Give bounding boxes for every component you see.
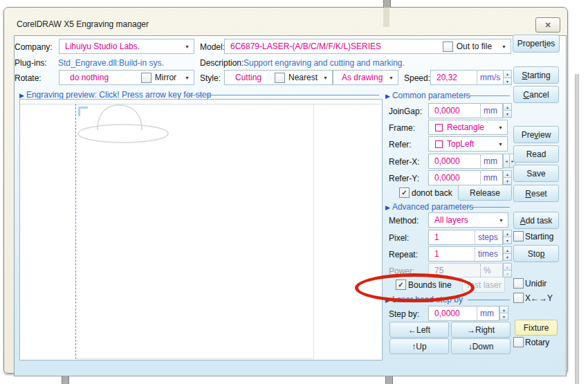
starting-checkbox-label: Starting	[525, 232, 553, 241]
properties-button[interactable]: Properties	[513, 35, 560, 53]
add-task-button[interactable]: Add task	[513, 212, 559, 229]
spin-up-icon[interactable]: ▴	[503, 170, 512, 178]
nearest-checkbox[interactable]	[275, 73, 285, 83]
power-stepper: ▴ ▾	[503, 263, 512, 277]
model-label: Model:	[200, 42, 225, 52]
refer-select[interactable]: TopLeft ▼	[428, 136, 508, 152]
advanced-header-rule	[468, 207, 510, 208]
add-task-button-label: Add task	[520, 216, 553, 226]
spin-up-icon[interactable]: ▴	[499, 306, 508, 313]
starting-checkbox[interactable]	[513, 231, 524, 241]
spin-up-icon: ▴	[503, 263, 512, 271]
fixture-button-label: Fixture	[524, 323, 549, 333]
joingap-value: 0,0000	[429, 106, 460, 116]
reset-button[interactable]: Reset	[513, 185, 559, 202]
stop-button[interactable]: Stop	[513, 245, 559, 262]
stepby-stepper[interactable]: ▴ ▾	[499, 306, 508, 320]
spin-up-icon[interactable]: ▴	[503, 103, 512, 111]
chevron-down-icon: ▼	[498, 142, 507, 147]
chevron-down-icon: ▼	[185, 75, 194, 80]
work-area-bottom-line	[75, 358, 313, 359]
mirror-label: Mirror	[151, 73, 176, 82]
save-button-label: Save	[526, 169, 545, 179]
section-arrow-icon: ▶	[385, 93, 390, 100]
refer-y-label: Refer-Y:	[389, 174, 419, 183]
donot-back-checkbox[interactable]: ✓	[399, 188, 410, 198]
release-button-label: Release	[470, 188, 500, 198]
repeat-field[interactable]: 1 times	[428, 246, 503, 262]
page-divider-line-right	[575, 74, 579, 384]
repeat-label: Repeat:	[389, 250, 418, 259]
rotate-select[interactable]: do nothing Mirror ▼	[59, 70, 194, 85]
highlight-annotation-oval	[355, 273, 475, 302]
read-button[interactable]: Read	[513, 145, 559, 163]
cancel-button[interactable]: Cancel	[513, 86, 559, 103]
preview-button[interactable]: Preview	[513, 126, 559, 143]
chevron-down-icon: ▼	[323, 75, 332, 80]
xy-swap-checkbox[interactable]	[513, 293, 524, 303]
out-to-file-checkbox[interactable]	[443, 42, 453, 52]
refer-value: TopLeft	[447, 139, 474, 149]
repeat-stepper[interactable]: ▴ ▾	[503, 246, 512, 261]
company-select[interactable]: Lihuiyu Studio Labs. ▼	[59, 39, 194, 54]
laser-header-rule	[468, 300, 510, 300]
spin-up-icon[interactable]: ▴	[503, 70, 512, 78]
release-button[interactable]: Release	[458, 185, 512, 201]
preview-button-label: Preview	[522, 130, 551, 140]
page-divider-shade-top	[383, 8, 389, 27]
spin-up-icon[interactable]: ▴	[503, 246, 512, 254]
spin-left-icon[interactable]: ◂	[503, 154, 510, 168]
pixel-stepper[interactable]: ▴ ▾	[503, 230, 512, 244]
nearest-label: Nearest	[285, 73, 318, 82]
check-icon: ✓	[401, 190, 407, 196]
engraving-preview-canvas[interactable]	[19, 99, 383, 360]
refer-y-field[interactable]: 0,0000 mm	[428, 170, 503, 185]
mirror-checkbox[interactable]	[141, 73, 151, 83]
jog-down-button[interactable]: ↓Down	[451, 338, 511, 354]
refer-x-field[interactable]: 0,0000 mm	[428, 154, 503, 169]
rotary-checkbox[interactable]	[513, 337, 524, 347]
close-button[interactable]: ✕	[535, 17, 560, 33]
joingap-field[interactable]: 0,0000 mm	[428, 103, 503, 118]
preview-header-rule	[185, 95, 379, 95]
spin-up-icon[interactable]: ▴	[503, 230, 512, 237]
pixel-field[interactable]: 1 steps	[428, 230, 503, 245]
spin-down-icon[interactable]: ▾	[503, 78, 512, 86]
style-label: Style:	[200, 73, 221, 83]
joingap-label: JoinGap:	[389, 107, 422, 116]
speed-stepper[interactable]: ▴ ▾	[503, 70, 512, 85]
spin-down-icon[interactable]: ▾	[499, 313, 508, 320]
spin-down-icon[interactable]: ▾	[503, 237, 512, 244]
spin-down-icon: ▾	[503, 271, 512, 277]
spin-down-icon[interactable]: ▾	[503, 111, 512, 118]
method-value: All layers	[429, 215, 468, 225]
pixel-unit: steps	[475, 231, 502, 244]
drawing-mode-select[interactable]: As drawing ▼	[333, 70, 398, 85]
jog-up-button[interactable]: ↑Up	[389, 338, 449, 354]
style-select[interactable]: Cutting Nearest ▼	[224, 70, 333, 85]
spin-down-icon[interactable]: ▾	[503, 178, 512, 185]
pixel-value: 1	[429, 232, 439, 242]
method-select[interactable]: All layers ▼	[428, 212, 508, 228]
refer-y-stepper[interactable]: ▴ ▾	[503, 170, 512, 185]
jog-left-button[interactable]: ←Left	[389, 322, 449, 338]
jog-right-button[interactable]: →Right	[451, 322, 511, 338]
frame-select[interactable]: Rectangle ▼	[428, 120, 508, 135]
model-select[interactable]: 6C6879-LASER-(A/B/C/M/F/K/L)SERIES Out t…	[224, 39, 511, 54]
save-button[interactable]: Save	[513, 165, 559, 182]
unidir-checkbox[interactable]	[513, 278, 524, 289]
speed-field[interactable]: 20,32 mm/s	[430, 70, 504, 85]
spin-down-icon[interactable]: ▾	[503, 254, 512, 261]
rotate-label: Rotate:	[15, 73, 42, 83]
properties-button-label: Properties	[517, 39, 555, 48]
section-arrow-icon: ▶	[385, 204, 390, 211]
starting-button[interactable]: Starting	[513, 66, 559, 84]
company-label: Company:	[15, 42, 53, 52]
stepby-unit: mm	[477, 307, 499, 320]
joingap-stepper[interactable]: ▴ ▾	[503, 103, 512, 118]
fixture-button[interactable]: Fixture	[515, 320, 558, 336]
jog-left-label: ←Left	[408, 325, 430, 335]
jog-up-label: ↑Up	[412, 342, 426, 351]
stepby-field[interactable]: 0,0000 mm	[428, 306, 499, 321]
repeat-unit: times	[475, 248, 502, 260]
